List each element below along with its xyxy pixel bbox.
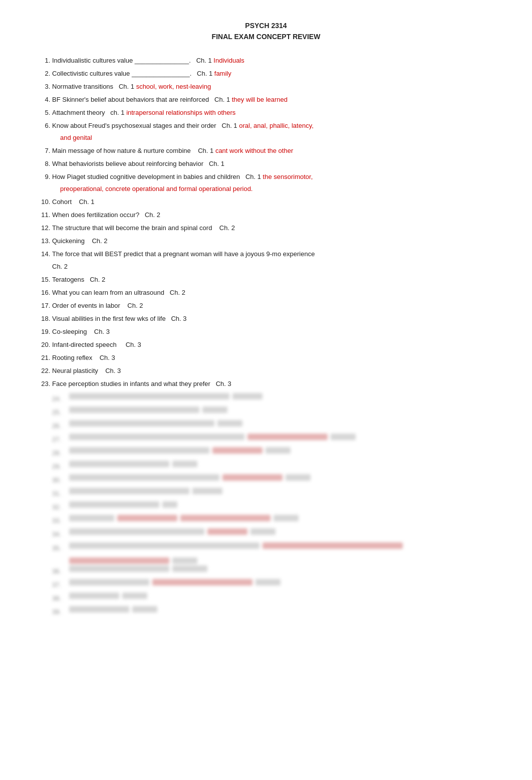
- item-text: Cohort Ch. 1: [52, 198, 95, 206]
- list-item: Cohort Ch. 1: [52, 196, 492, 208]
- item-text: Attachment theory ch. 1: [52, 109, 126, 116]
- item-text: Individualistic cultures value _________…: [52, 57, 213, 64]
- item-text: Rooting reflex Ch. 3: [52, 354, 115, 361]
- item-text: Neural plasticity Ch. 3: [52, 367, 121, 374]
- item-text: Normative transitions Ch. 1: [52, 83, 136, 90]
- item-text: Main message of how nature & nurture com…: [52, 147, 215, 154]
- item-answer: cant work without the other: [215, 147, 293, 154]
- item-answer: family: [214, 70, 231, 77]
- list-item: Visual abilities in the first few wks of…: [52, 313, 492, 325]
- item-text: Know about Freud's psychosexual stages a…: [52, 122, 239, 129]
- list-item: The force that will BEST predict that a …: [52, 248, 492, 272]
- page-header: PSYCH 2314 FINAL EXAM CONCEPT REVIEW: [40, 20, 492, 43]
- list-item: When does fertilization occur? Ch. 2: [52, 209, 492, 221]
- blurred-content: 24. 25. 26. 27. 28.: [52, 393, 492, 618]
- item-answer: they will be learned: [232, 96, 288, 103]
- list-item: The structure that will become the brain…: [52, 222, 492, 234]
- list-item: Quickening Ch. 2: [52, 235, 492, 247]
- list-item: Infant-directed speech Ch. 3: [52, 339, 492, 351]
- item-answer: intrapersonal relationships with others: [126, 109, 235, 116]
- title-line1: PSYCH 2314: [245, 22, 287, 30]
- item-text: Infant-directed speech Ch. 3: [52, 341, 141, 348]
- list-item: Normative transitions Ch. 1 school, work…: [52, 81, 492, 93]
- item-text: Co-sleeping Ch. 3: [52, 328, 110, 335]
- list-item: BF Skinner's belief about behaviors that…: [52, 94, 492, 106]
- item-answer: Individuals: [213, 57, 244, 64]
- list-item: Teratogens Ch. 2: [52, 274, 492, 286]
- list-item: Order of events in labor Ch. 2: [52, 300, 492, 312]
- list-item: Rooting reflex Ch. 3: [52, 352, 492, 364]
- list-item: Individualistic cultures value _________…: [52, 55, 492, 67]
- title-line2: FINAL EXAM CONCEPT REVIEW: [212, 33, 321, 41]
- item-answer: school, work, nest-leaving: [136, 83, 211, 90]
- item-text: What behaviorists believe about reinforc…: [52, 160, 224, 167]
- item-text: The structure that will become the brain…: [52, 224, 235, 232]
- list-item: Collectivistic cultures value __________…: [52, 68, 492, 80]
- item-text: Teratogens Ch. 2: [52, 276, 105, 283]
- list-item: Attachment theory ch. 1 intrapersonal re…: [52, 107, 492, 119]
- item-text: Face perception studies in infants and w…: [52, 380, 231, 387]
- list-item: Main message of how nature & nurture com…: [52, 145, 492, 157]
- list-item: Co-sleeping Ch. 3: [52, 326, 492, 338]
- item-text: How Piaget studied cognitive development…: [52, 173, 263, 180]
- item-text: The force that will BEST predict that a …: [52, 250, 315, 270]
- item-text: Visual abilities in the first few wks of…: [52, 315, 187, 322]
- item-text: Quickening Ch. 2: [52, 237, 108, 245]
- item-text: What you can learn from an ultrasound Ch…: [52, 289, 185, 296]
- list-item: What behaviorists believe about reinforc…: [52, 158, 492, 170]
- list-item-blurred: 24. 25. 26. 27. 28.: [40, 393, 492, 618]
- question-list: Individualistic cultures value _________…: [40, 55, 492, 618]
- list-item: Know about Freud's psychosexual stages a…: [52, 120, 492, 144]
- item-text: Order of events in labor Ch. 2: [52, 302, 143, 309]
- list-item: Face perception studies in infants and w…: [52, 378, 492, 390]
- list-item: How Piaget studied cognitive development…: [52, 171, 492, 195]
- item-text: Collectivistic cultures value __________…: [52, 70, 214, 77]
- list-item: What you can learn from an ultrasound Ch…: [52, 287, 492, 299]
- list-item: Neural plasticity Ch. 3: [52, 365, 492, 377]
- item-text: When does fertilization occur? Ch. 2: [52, 211, 160, 219]
- item-text: BF Skinner's belief about behaviors that…: [52, 96, 232, 103]
